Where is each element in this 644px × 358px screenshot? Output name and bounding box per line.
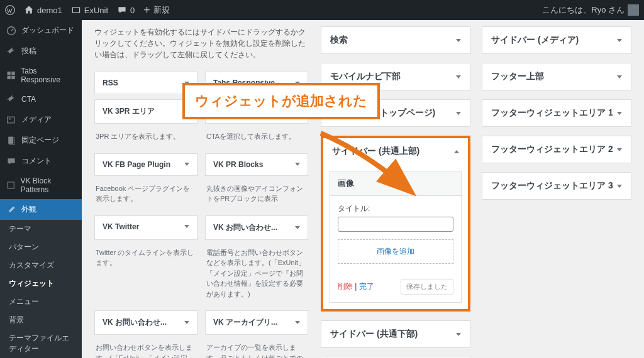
widget-vk-archive[interactable]: VK アーカイブリ... — [205, 310, 308, 335]
sidebar-item-tabs[interactable]: Tabs Responsive — [0, 62, 82, 89]
new-post-link[interactable]: +新規 — [143, 4, 170, 16]
svg-rect-7 — [8, 117, 14, 123]
svg-point-0 — [6, 6, 14, 14]
widget-vk-pr[interactable]: VK PR Blocks — [205, 153, 308, 176]
caret-down-icon — [456, 39, 461, 42]
callout-annotation: ウィジェットが追加された — [182, 83, 380, 119]
zone-footer-3[interactable]: フッターウィジェットエリア 3 — [482, 172, 631, 200]
wp-logo[interactable] — [5, 5, 15, 15]
sub-theme-editor[interactable]: テーマファイルエディター — [0, 329, 82, 358]
sub-menus[interactable]: メニュー — [0, 293, 82, 311]
sub-themes[interactable]: テーマ — [0, 220, 82, 238]
sidebar-item-comments[interactable]: コメント — [0, 151, 82, 171]
svg-rect-6 — [11, 76, 14, 79]
sidebar-item-dashboard[interactable]: ダッシュボード — [0, 20, 82, 41]
caret-down-icon — [184, 225, 189, 228]
widget-vk-fb[interactable]: VK FB Page Plugin — [94, 153, 197, 176]
sidebar-item-pages[interactable]: 固定ページ — [0, 130, 82, 151]
zone-sidebar-media[interactable]: サイドバー (メディア) — [482, 26, 631, 54]
sub-background[interactable]: 背景 — [0, 311, 82, 329]
sidebar-item-media[interactable]: メディア — [0, 109, 82, 130]
comments-link[interactable]: 0 — [117, 5, 135, 15]
sub-customize[interactable]: カスタマイズ — [0, 256, 82, 274]
svg-rect-11 — [8, 182, 14, 188]
svg-rect-3 — [8, 72, 11, 75]
zone-search[interactable]: 検索 — [321, 26, 470, 54]
greeting[interactable]: こんにちは、Ryo さん — [542, 4, 639, 16]
done-link[interactable]: 完了 — [359, 282, 374, 291]
zones-col-2: サイドバー (メディア) フッター上部 フッターウィジェットエリア 1 フッター… — [482, 26, 631, 352]
widget-vk-contact[interactable]: VK お問い合わせ... — [205, 215, 308, 240]
saved-badge: 保存しました — [401, 279, 453, 295]
caret-down-icon — [184, 163, 189, 166]
help-text: ウィジェットを有効化するにはサイドバーにドラッグするかクリックしてください。ウィ… — [94, 26, 308, 60]
widget-image-open: 画像 タイトル: 画像を追加 削除 | 完了 保存しました — [330, 171, 462, 303]
caret-down-icon — [617, 148, 622, 151]
caret-down-icon — [184, 321, 189, 324]
sidebar-item-posts[interactable]: 投稿 — [0, 41, 82, 62]
sub-widgets[interactable]: ウィジェット — [0, 274, 82, 293]
title-input[interactable] — [338, 217, 453, 232]
delete-link[interactable]: 削除 — [338, 282, 353, 291]
sidebar-item-appearance[interactable]: 外観 — [0, 199, 82, 220]
content: ウィジェットが追加された ウィジェットを有効化するにはサイドバーにドラッグするか… — [82, 20, 644, 358]
zones-col-1: 検索 モバイルナビ下部 サイドバー (トップページ) サイドバー (共通上部) … — [321, 26, 470, 352]
admin-sidebar: ダッシュボード 投稿 Tabs Responsive CTA メディア 固定ペー… — [0, 20, 82, 358]
svg-rect-1 — [72, 8, 79, 13]
caret-down-icon — [295, 163, 300, 166]
title-label: タイトル: — [338, 203, 453, 214]
exunit-link[interactable]: ExUnit — [71, 5, 108, 15]
zone-footer-1[interactable]: フッターウィジェットエリア 1 — [482, 99, 631, 127]
svg-rect-4 — [11, 72, 14, 75]
caret-up-icon — [454, 150, 459, 153]
caret-down-icon — [456, 112, 461, 115]
caret-down-icon — [295, 321, 300, 324]
caret-down-icon — [617, 39, 622, 42]
zone-footer-top[interactable]: フッター上部 — [482, 63, 631, 90]
sub-patterns[interactable]: パターン — [0, 238, 82, 256]
zone-sidebar-common-bottom[interactable]: サイドバー (共通下部) — [321, 320, 470, 348]
avatar — [628, 4, 639, 16]
available-widgets: ウィジェットを有効化するにはサイドバーにドラッグするかクリックしてください。ウィ… — [94, 26, 308, 352]
widget-vk-contact2[interactable]: VK お問い合わせ... — [94, 310, 197, 335]
zone-footer-2[interactable]: フッターウィジェットエリア 2 — [482, 136, 631, 163]
svg-point-8 — [9, 118, 10, 119]
sidebar-item-cta[interactable]: CTA — [0, 89, 82, 109]
site-home-link[interactable]: demo1 — [24, 5, 62, 15]
caret-down-icon — [456, 75, 461, 79]
svg-rect-5 — [8, 76, 11, 79]
admin-bar: demo1 ExUnit 0 +新規 こんにちは、Ryo さん — [0, 0, 644, 20]
widget-vk-twitter[interactable]: VK Twitter — [94, 215, 197, 240]
caret-down-icon — [617, 75, 622, 79]
zone-sidebar-common-top: サイドバー (共通上部) 画像 タイトル: 画像を追加 削除 | 完了 — [321, 136, 470, 312]
caret-down-icon — [617, 185, 622, 188]
caret-down-icon — [617, 112, 622, 115]
caret-down-icon — [295, 226, 300, 229]
caret-down-icon — [456, 333, 461, 336]
add-image-button[interactable]: 画像を追加 — [338, 239, 453, 264]
sidebar-item-vk-patterns[interactable]: VK Block Patterns — [0, 171, 82, 199]
